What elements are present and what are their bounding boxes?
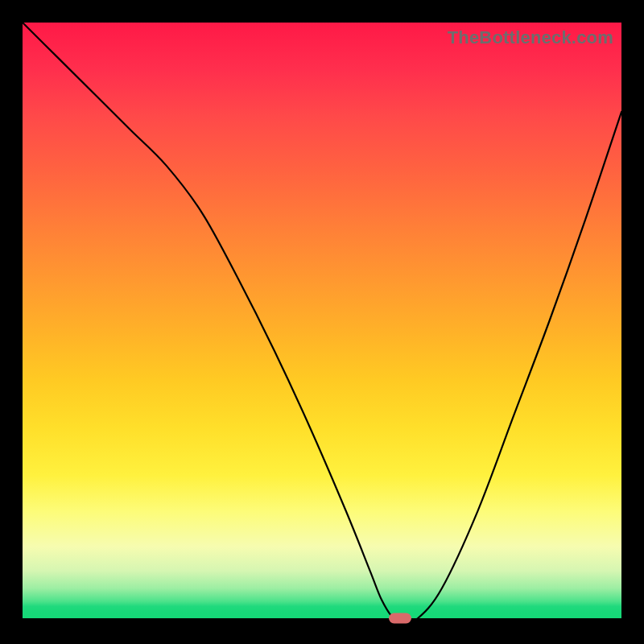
- chart-frame: TheBottleneck.com: [0, 0, 644, 644]
- plot-area: TheBottleneck.com: [23, 23, 621, 618]
- optimal-marker: [389, 613, 411, 624]
- bottleneck-curve: [23, 23, 621, 618]
